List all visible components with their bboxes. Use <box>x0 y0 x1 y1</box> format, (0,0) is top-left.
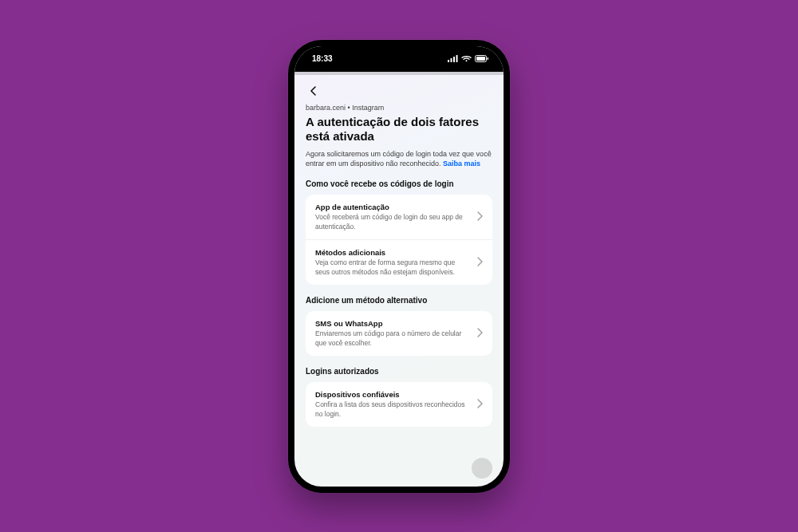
row-title: SMS ou WhatsApp <box>315 319 470 328</box>
row-title: Dispositivos confiáveis <box>315 390 470 399</box>
status-time: 18:33 <box>312 54 333 63</box>
row-content: App de autenticação Você receberá um cód… <box>315 203 470 231</box>
phone-frame: 18:33 barbara.ceni • Instagram A autenti… <box>288 40 510 493</box>
row-content: Métodos adicionais Veja como entrar de f… <box>315 248 470 277</box>
alternative-card: SMS ou WhatsApp Enviaremos um código par… <box>306 311 492 356</box>
chevron-right-icon <box>476 326 483 341</box>
row-content: SMS ou WhatsApp Enviaremos um código par… <box>315 319 470 348</box>
svg-rect-6 <box>476 57 485 61</box>
battery-icon <box>475 55 489 62</box>
chevron-left-icon <box>308 85 319 97</box>
account-label: barbara.ceni • Instagram <box>306 104 492 112</box>
screen: 18:33 barbara.ceni • Instagram A autenti… <box>294 46 504 487</box>
page-title: A autenticação de dois fatores está ativ… <box>306 115 492 145</box>
content: barbara.ceni • Instagram A autenticação … <box>294 75 504 487</box>
cellular-signal-icon <box>448 55 458 62</box>
row-subtitle: Você receberá um código de login do seu … <box>315 213 470 231</box>
svg-point-4 <box>466 60 468 61</box>
svg-rect-7 <box>488 57 489 60</box>
row-trusted-devices[interactable]: Dispositivos confiáveis Confira a lista … <box>306 382 492 427</box>
svg-rect-1 <box>451 58 452 62</box>
section-title-authorized: Logins autorizados <box>306 367 492 376</box>
assistive-touch-icon[interactable] <box>472 458 492 479</box>
row-title: App de autenticação <box>315 203 470 211</box>
chevron-right-icon <box>476 255 483 270</box>
row-subtitle: Veja como entrar de forma segura mesmo q… <box>315 258 470 277</box>
row-auth-app[interactable]: App de autenticação Você receberá um cód… <box>306 195 492 240</box>
status-icons <box>448 55 489 62</box>
chevron-right-icon <box>476 210 483 224</box>
dynamic-island <box>368 46 430 64</box>
svg-rect-0 <box>448 60 449 62</box>
back-button[interactable] <box>306 83 322 99</box>
row-title: Métodos adicionais <box>315 248 470 257</box>
row-additional-methods[interactable]: Métodos adicionais Veja como entrar de f… <box>306 240 492 285</box>
section-title-receive: Como você recebe os códigos de login <box>306 179 492 188</box>
page-description: Agora solicitaremos um código de login t… <box>306 149 492 168</box>
row-content: Dispositivos confiáveis Confira a lista … <box>315 390 470 419</box>
svg-rect-2 <box>453 57 455 62</box>
svg-rect-3 <box>456 55 458 62</box>
authorized-card: Dispositivos confiáveis Confira a lista … <box>306 382 492 427</box>
row-subtitle: Enviaremos um código para o número de ce… <box>315 329 470 348</box>
wifi-icon <box>461 55 472 62</box>
row-sms-whatsapp[interactable]: SMS ou WhatsApp Enviaremos um código par… <box>306 311 492 356</box>
learn-more-link[interactable]: Saiba mais <box>443 160 480 167</box>
receive-card: App de autenticação Você receberá um cód… <box>306 195 492 285</box>
section-title-alternative: Adicione um método alternativo <box>306 296 492 305</box>
row-subtitle: Confira a lista dos seus dispositivos re… <box>315 400 470 419</box>
chevron-right-icon <box>476 397 483 412</box>
